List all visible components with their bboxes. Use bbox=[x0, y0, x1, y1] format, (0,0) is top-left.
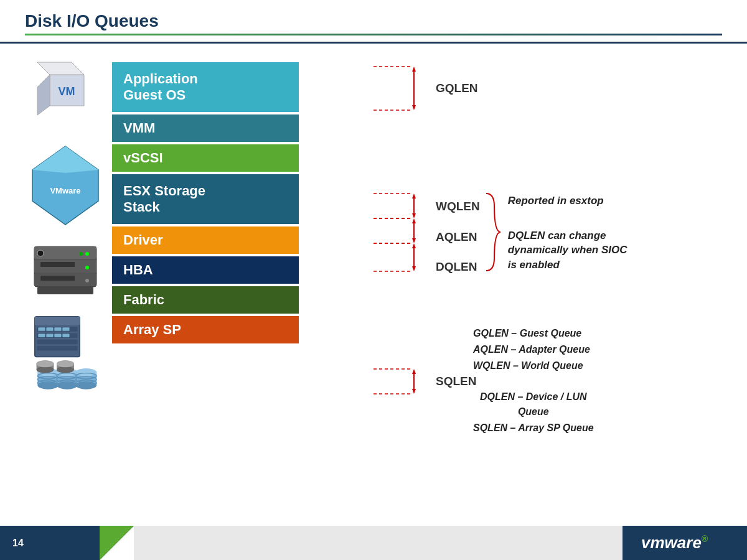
stack-item-arraysp: Array SP bbox=[112, 316, 299, 343]
svg-rect-32 bbox=[62, 334, 69, 338]
svg-marker-1 bbox=[37, 75, 50, 115]
svg-rect-27 bbox=[54, 327, 61, 331]
wqlen-row: WQLEN bbox=[430, 200, 480, 213]
svg-marker-75 bbox=[412, 218, 416, 223]
svg-marker-65 bbox=[412, 67, 416, 72]
svg-rect-18 bbox=[37, 287, 93, 294]
svg-text:VM: VM bbox=[59, 85, 75, 98]
queue-labels: WQLEN AQLEN DQLEN bbox=[430, 190, 480, 274]
wqlen-arrow bbox=[374, 190, 430, 274]
gqlen-arrow bbox=[374, 63, 430, 113]
svg-marker-66 bbox=[412, 105, 416, 110]
svg-rect-28 bbox=[62, 327, 69, 331]
stack-item-vscsi: vSCSI bbox=[112, 144, 299, 172]
stack-item-application: Application Guest OS bbox=[112, 62, 299, 112]
aqlen-label: AQLEN bbox=[436, 230, 477, 244]
main-content: VM VMware bbox=[0, 44, 747, 529]
svg-rect-31 bbox=[54, 334, 61, 338]
footer-left-bg: 14 bbox=[0, 526, 100, 560]
footer-green-triangle bbox=[100, 526, 134, 560]
wqlen-aqlen-dqlen-annotation: WQLEN AQLEN DQLEN Reported in esxtop DQL… bbox=[374, 190, 627, 274]
storage-array-icon bbox=[31, 314, 100, 394]
footer-right: vmware® bbox=[622, 526, 747, 560]
svg-marker-2 bbox=[37, 62, 84, 75]
svg-marker-86 bbox=[412, 389, 416, 394]
stack-column: Application Guest OS VMM vSCSI ESX Stora… bbox=[112, 56, 299, 346]
def-aqlen: AQLEN – Adapter Queue bbox=[473, 342, 594, 357]
stack-item-hba: HBA bbox=[112, 256, 299, 284]
gqlen-annotation: GQLEN bbox=[374, 63, 478, 113]
svg-point-14 bbox=[85, 279, 89, 282]
vmware-trademark: ® bbox=[702, 534, 708, 544]
svg-rect-25 bbox=[38, 327, 45, 331]
sqlen-label: SQLEN bbox=[436, 375, 476, 388]
def-gqlen: GQLEN – Guest Queue bbox=[473, 326, 594, 341]
svg-rect-20 bbox=[35, 317, 80, 325]
svg-marker-76 bbox=[412, 238, 416, 243]
vmware-logo-ware: ware bbox=[665, 533, 702, 552]
def-wqlen: WQLEN – World Queue bbox=[473, 358, 594, 373]
svg-marker-81 bbox=[412, 266, 416, 271]
footer: 14 vmware® bbox=[0, 526, 747, 560]
svg-text:VMware: VMware bbox=[50, 186, 80, 195]
server-icon bbox=[31, 237, 100, 306]
svg-point-61 bbox=[57, 360, 74, 367]
stack-item-vmm: VMM bbox=[112, 114, 299, 142]
header-rule bbox=[25, 34, 722, 35]
svg-marker-70 bbox=[412, 194, 416, 198]
vm-icon: VM bbox=[31, 59, 100, 128]
aqlen-row: AQLEN bbox=[430, 230, 480, 244]
svg-rect-24 bbox=[37, 346, 78, 350]
dqlen-row: DQLEN bbox=[430, 260, 480, 274]
svg-rect-23 bbox=[37, 340, 78, 344]
definitions-section: GQLEN – Guest Queue AQLEN – Adapter Queu… bbox=[473, 326, 594, 437]
svg-marker-85 bbox=[412, 369, 416, 374]
vmware-logo-vm: vm bbox=[641, 533, 665, 552]
def-dqlen: DQLEN – Device / LUN Queue bbox=[473, 375, 594, 419]
svg-rect-26 bbox=[46, 327, 53, 331]
sqlen-annotation: SQLEN bbox=[374, 366, 476, 397]
dqlen-note: DQLEN can change dynamically when SIOC i… bbox=[508, 213, 627, 273]
def-sqlen: SQLEN – Array SP Queue bbox=[473, 421, 594, 436]
left-section: VM VMware bbox=[25, 56, 374, 516]
svg-rect-15 bbox=[40, 262, 75, 267]
sqlen-arrow bbox=[374, 366, 430, 397]
svg-rect-30 bbox=[46, 334, 53, 338]
wqlen-label: WQLEN bbox=[436, 200, 480, 213]
stack-item-driver: Driver bbox=[112, 226, 299, 254]
svg-marker-5 bbox=[32, 146, 98, 173]
header: Disk I/O Queues bbox=[0, 0, 747, 44]
stack-item-fabric: Fabric bbox=[112, 286, 299, 314]
icons-column: VM VMware bbox=[25, 56, 106, 394]
svg-marker-71 bbox=[412, 213, 416, 218]
page-number: 14 bbox=[12, 538, 24, 549]
svg-point-50 bbox=[76, 368, 96, 376]
annotations-section: GQLEN bbox=[374, 56, 722, 516]
svg-marker-80 bbox=[412, 243, 416, 248]
svg-point-13 bbox=[85, 266, 89, 269]
notes-right: Reported in esxtop DQLEN can change dyna… bbox=[508, 190, 627, 273]
dqlen-label: DQLEN bbox=[436, 260, 477, 274]
svg-rect-29 bbox=[38, 334, 45, 338]
svg-rect-16 bbox=[40, 276, 75, 281]
svg-point-12 bbox=[79, 252, 83, 256]
vmware-logo: vmware® bbox=[641, 533, 708, 553]
page-title: Disk I/O Queues bbox=[25, 11, 722, 31]
reported-note: Reported in esxtop bbox=[508, 194, 627, 208]
gqlen-label: GQLEN bbox=[436, 82, 478, 95]
svg-point-57 bbox=[37, 360, 54, 367]
svg-point-17 bbox=[37, 250, 44, 256]
curly-brace bbox=[483, 190, 502, 274]
stack-item-esx: ESX Storage Stack bbox=[112, 174, 299, 224]
svg-point-11 bbox=[85, 252, 89, 256]
vmware-icon: VMware bbox=[31, 145, 100, 226]
footer-center bbox=[134, 526, 622, 560]
